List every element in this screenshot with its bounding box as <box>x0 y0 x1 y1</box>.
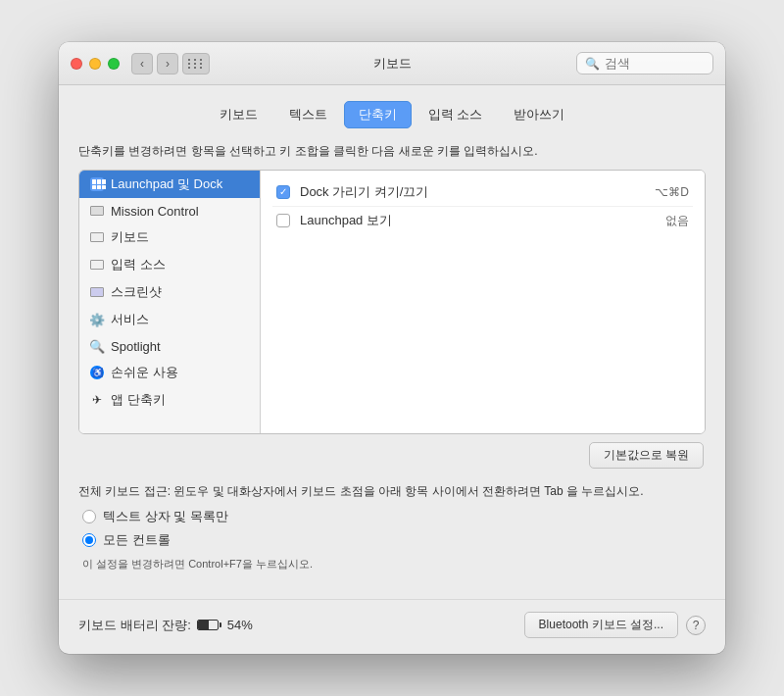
radio-item-text-boxes[interactable]: 텍스트 상자 및 목록만 <box>82 508 706 525</box>
shortcut-detail-panel: ✓ Dock 가리기 켜기/끄기 ⌥⌘D Launchpad 보기 없음 <box>261 171 705 433</box>
sidebar-item-label: 스크린샷 <box>111 283 162 301</box>
radio-label-all-controls: 모든 컨트롤 <box>103 531 171 549</box>
description-text: 단축키를 변경하려면 항목을 선택하고 키 조합을 클릭한 다음 새로운 키를 … <box>78 142 706 160</box>
search-icon: 🔍 <box>585 57 600 71</box>
search-box[interactable]: 🔍 <box>576 52 713 75</box>
sidebar-item-label: Mission Control <box>111 204 199 219</box>
battery-fill <box>198 621 209 629</box>
keyboard-icon <box>89 229 105 245</box>
keyboard-access-title: 전체 키보드 접근: 윈도우 및 대화상자에서 키보드 초점을 아래 항목 사이… <box>78 482 706 500</box>
bottom-right: Bluetooth 키보드 설정... ? <box>524 612 706 638</box>
main-panel: Launchpad 및 Dock Mission Control 키보드 <box>78 170 706 434</box>
shortcut-row: ✓ Dock 가리기 켜기/끄기 ⌥⌘D <box>272 178 693 207</box>
sidebar-item-mission-control[interactable]: Mission Control <box>79 198 260 224</box>
minimize-button[interactable] <box>89 58 101 70</box>
tab-bar: 키보드 텍스트 단축키 입력 소스 받아쓰기 <box>78 101 706 128</box>
search-input[interactable] <box>605 56 705 71</box>
keyboard-access-section: 전체 키보드 접근: 윈도우 및 대화상자에서 키보드 초점을 아래 항목 사이… <box>78 482 706 572</box>
shortcut-row: Launchpad 보기 없음 <box>272 207 693 234</box>
spotlight-icon: 🔍 <box>89 338 105 354</box>
radio-circle-text-boxes <box>82 510 96 523</box>
radio-inner-icon <box>85 536 93 544</box>
shortcut-checkbox-launchpad[interactable] <box>276 214 290 227</box>
forward-button[interactable]: › <box>157 53 178 75</box>
tab-keyboard[interactable]: 키보드 <box>205 101 272 128</box>
shortcut-name: Dock 가리기 켜기/끄기 <box>300 183 645 201</box>
grid-view-button[interactable] <box>182 53 210 75</box>
tab-input-sources[interactable]: 입력 소스 <box>414 101 498 128</box>
sidebar-item-services[interactable]: ⚙️ 서비스 <box>79 306 260 333</box>
sidebar-item-accessibility[interactable]: ♿ 손쉬운 사용 <box>79 359 260 386</box>
shortcut-name: Launchpad 보기 <box>300 212 656 229</box>
radio-label-text-boxes: 텍스트 상자 및 목록만 <box>103 508 228 525</box>
tab-text[interactable]: 텍스트 <box>274 101 342 128</box>
bluetooth-settings-button[interactable]: Bluetooth 키보드 설정... <box>524 612 678 638</box>
shortcut-category-list: Launchpad 및 Dock Mission Control 키보드 <box>79 171 261 433</box>
battery-tip <box>220 622 221 627</box>
main-content: 키보드 텍스트 단축키 입력 소스 받아쓰기 단축키를 변경하려면 항목을 선택… <box>59 85 725 587</box>
accessibility-icon: ♿ <box>89 365 105 380</box>
battery-label: 키보드 배터리 잔량: <box>78 617 191 634</box>
sidebar-item-label: 입력 소스 <box>111 256 166 273</box>
app-shortcuts-icon: ✈ <box>89 392 105 408</box>
sidebar-item-spotlight[interactable]: 🔍 Spotlight <box>79 333 260 359</box>
input-sources-icon <box>89 257 105 273</box>
help-button[interactable]: ? <box>686 616 706 635</box>
restore-defaults-button[interactable]: 기본값으로 복원 <box>589 442 704 469</box>
maximize-button[interactable] <box>108 58 120 70</box>
sidebar-item-label: 키보드 <box>111 228 149 246</box>
hint-text: 이 설정을 변경하려면 Control+F7을 누르십시오. <box>82 557 706 572</box>
back-button[interactable]: ‹ <box>131 53 153 75</box>
sidebar-item-app-shortcuts[interactable]: ✈ 앱 단축키 <box>79 386 260 414</box>
tab-dictation[interactable]: 받아쓰기 <box>499 101 579 128</box>
restore-button-row: 기본값으로 복원 <box>78 442 706 469</box>
sidebar-item-label: 서비스 <box>111 311 149 328</box>
radio-item-all-controls[interactable]: 모든 컨트롤 <box>82 531 706 549</box>
nav-buttons: ‹ › <box>131 53 178 75</box>
sidebar-item-label: 앱 단축키 <box>111 391 166 409</box>
keyboard-access-radio-group: 텍스트 상자 및 목록만 모든 컨트롤 <box>82 508 706 549</box>
sidebar-item-screenshots[interactable]: 스크린샷 <box>79 278 260 306</box>
battery-body <box>197 620 219 630</box>
titlebar: ‹ › 키보드 🔍 <box>59 42 725 85</box>
screenshots-icon <box>89 284 105 300</box>
shortcut-checkbox-dock[interactable]: ✓ <box>276 185 290 199</box>
sidebar-item-keyboard[interactable]: 키보드 <box>79 224 260 251</box>
launchpad-dock-icon <box>89 176 105 192</box>
shortcut-key[interactable]: 없음 <box>665 213 689 229</box>
checkmark-icon: ✓ <box>279 187 287 197</box>
close-button[interactable] <box>71 58 82 70</box>
battery-icon <box>197 620 221 630</box>
tab-shortcuts[interactable]: 단축키 <box>344 101 412 128</box>
window-title: 키보드 <box>373 55 412 73</box>
battery-percent: 54% <box>227 618 253 632</box>
sidebar-item-input-sources[interactable]: 입력 소스 <box>79 251 260 278</box>
battery-info: 키보드 배터리 잔량: 54% <box>78 617 253 634</box>
preferences-window: ‹ › 키보드 🔍 키보드 텍스트 단축키 입력 소스 받아쓰기 단축키를 변경… <box>59 42 725 654</box>
bottom-bar: 키보드 배터리 잔량: 54% Bluetooth 키보드 설정... ? <box>59 599 725 654</box>
sidebar-item-launchpad-dock[interactable]: Launchpad 및 Dock <box>79 171 260 198</box>
grid-dots-icon <box>188 59 204 69</box>
services-icon: ⚙️ <box>89 312 105 327</box>
shortcut-key[interactable]: ⌥⌘D <box>655 185 689 199</box>
traffic-lights <box>71 58 120 70</box>
mission-control-icon <box>89 203 105 219</box>
sidebar-item-label: Spotlight <box>111 339 161 354</box>
sidebar-item-label: Launchpad 및 Dock <box>111 175 222 193</box>
sidebar-item-label: 손쉬운 사용 <box>111 364 178 381</box>
radio-circle-all-controls <box>82 533 96 547</box>
